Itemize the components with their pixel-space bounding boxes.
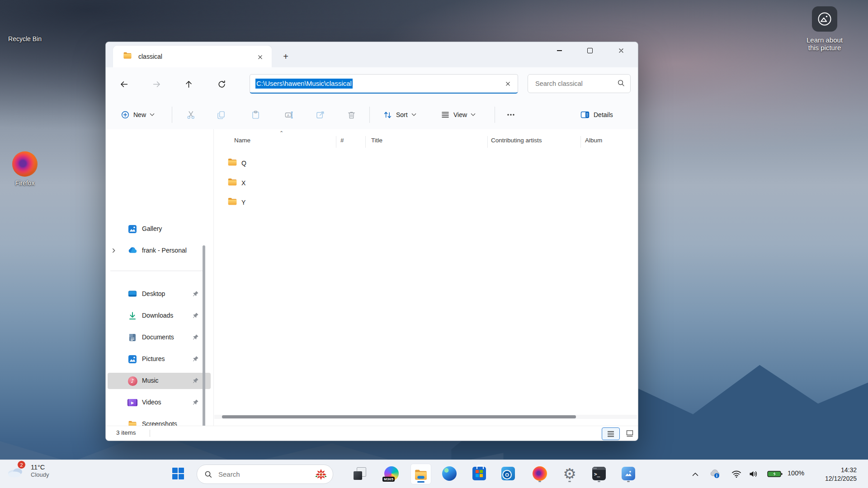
search-icon: [617, 79, 625, 89]
svg-text:A: A: [287, 113, 289, 117]
sidebar-item-gallery[interactable]: Gallery: [108, 221, 211, 237]
share-button[interactable]: [309, 105, 331, 124]
sidebar-item-label: Desktop: [142, 290, 165, 297]
address-clear-icon[interactable]: [502, 78, 513, 89]
forward-button[interactable]: [147, 75, 165, 93]
tab-classical[interactable]: classical: [113, 46, 272, 67]
sort-button[interactable]: Sort: [379, 105, 421, 124]
weather-cloud-icon: 2: [6, 463, 26, 479]
sort-ascending-caret: ⌃: [279, 130, 283, 136]
microsoft-store-button[interactable]: [469, 464, 489, 483]
terminal-button[interactable]: >_: [589, 464, 609, 483]
weather-widget[interactable]: 2 11°C Cloudy: [6, 463, 49, 479]
file-explorer-button[interactable]: [410, 464, 431, 484]
sidebar-item-downloads[interactable]: Downloads: [108, 308, 211, 324]
new-tab-button[interactable]: +: [278, 49, 293, 64]
tab-close-button[interactable]: [255, 52, 265, 62]
start-button[interactable]: [168, 464, 188, 483]
search-input[interactable]: [534, 80, 609, 88]
copy-button[interactable]: [210, 105, 232, 124]
firefox-button[interactable]: [530, 464, 550, 483]
column-header-album[interactable]: Album: [585, 137, 602, 153]
plus-circle-icon: [121, 111, 129, 119]
learn-about-label-line1: Learn about: [797, 36, 852, 44]
column-header-title[interactable]: Title: [371, 137, 382, 153]
refresh-button[interactable]: [212, 75, 231, 93]
details-button[interactable]: Details: [576, 105, 618, 124]
search-box[interactable]: [528, 74, 631, 93]
clock[interactable]: 14:32 12/12/2025: [809, 466, 857, 483]
sidebar-item-desktop[interactable]: Desktop: [108, 286, 211, 302]
music-icon: ♪: [127, 376, 137, 386]
address-bar[interactable]: C:\Users\hawen\Music\classical: [250, 74, 518, 94]
sidebar-item-onedrive[interactable]: frank - Personal: [108, 243, 211, 259]
sidebar-item-pictures[interactable]: Pictures: [108, 351, 211, 367]
file-row-x[interactable]: X: [219, 175, 626, 191]
learn-about-label-line2: this picture: [797, 44, 852, 52]
onedrive-tray-icon[interactable]: [708, 467, 722, 481]
tray-chevron-up-icon[interactable]: [689, 467, 702, 481]
sidebar-item-videos[interactable]: ▶ Videos: [108, 394, 211, 411]
ellipsis-icon: [506, 110, 515, 119]
battery-icon[interactable]: [765, 467, 784, 481]
weather-condition: Cloudy: [31, 471, 49, 479]
recycle-bin-icon: [12, 5, 38, 33]
new-button-label: New: [133, 111, 146, 118]
m365-copilot-button[interactable]: M365: [382, 464, 401, 483]
file-explorer-window: classical + C:\Users\hawen\Music\classic…: [105, 42, 638, 441]
volume-icon[interactable]: [747, 467, 760, 481]
weather-alert-badge: 2: [17, 460, 26, 469]
sidebar-item-screenshots[interactable]: Screenshots: [108, 416, 211, 426]
edge-button[interactable]: [439, 464, 459, 483]
view-button-label: View: [453, 111, 467, 118]
wifi-icon[interactable]: [730, 467, 743, 481]
microsoft-store-icon: [472, 467, 486, 480]
recycle-bin-shortcut[interactable]: Recycle Bin: [0, 5, 50, 42]
date: 12/12/2025: [809, 474, 857, 483]
taskbar: 2 11°C Cloudy M365 O: [0, 460, 868, 488]
delete-button[interactable]: [340, 105, 362, 124]
sidebar-item-documents[interactable]: Documents: [108, 329, 211, 346]
minimize-button[interactable]: [549, 42, 570, 59]
more-options-button[interactable]: [500, 105, 522, 124]
sidebar-item-music[interactable]: ♪ Music: [108, 373, 211, 389]
sidebar-item-label: Music: [142, 377, 159, 384]
taskbar-search-input[interactable]: [217, 470, 305, 479]
sidebar-scrollbar[interactable]: [203, 245, 205, 426]
search-icon: [204, 470, 212, 478]
column-header-contributing-artists[interactable]: Contributing artists: [491, 137, 542, 153]
paste-button[interactable]: [245, 105, 266, 124]
outlook-button[interactable]: O: [498, 464, 518, 483]
firefox-shortcut-label: Firefox: [15, 179, 35, 187]
folder-icon: [227, 177, 237, 189]
close-button[interactable]: [611, 42, 632, 59]
back-button[interactable]: [115, 75, 133, 93]
file-explorer-icon: [414, 468, 428, 480]
details-button-label: Details: [594, 111, 613, 118]
new-button[interactable]: New: [116, 105, 160, 124]
view-button[interactable]: View: [437, 105, 480, 124]
cut-button[interactable]: [180, 105, 202, 124]
navigation-pane: Gallery frank - Personal Desktop Downloa…: [106, 129, 213, 426]
chevron-right-icon[interactable]: [112, 247, 116, 255]
videos-icon: ▶: [127, 398, 137, 408]
settings-button[interactable]: ⚙: [560, 464, 580, 483]
horizontal-scrollbar-thumb[interactable]: [222, 415, 576, 418]
rename-button[interactable]: A: [278, 105, 300, 124]
taskbar-search[interactable]: [197, 465, 333, 484]
task-view-button[interactable]: [350, 464, 370, 483]
column-header-name[interactable]: Name: [234, 137, 250, 153]
up-button[interactable]: [179, 75, 198, 93]
firefox-shortcut[interactable]: Firefox: [0, 151, 50, 187]
details-view-toggle[interactable]: [602, 427, 620, 440]
column-header-number[interactable]: #: [340, 137, 344, 153]
picture-info-icon: [812, 6, 837, 32]
chevron-down-icon: [411, 113, 416, 117]
desktop-icon: [127, 289, 137, 299]
thumbnail-view-toggle[interactable]: [621, 427, 638, 439]
photos-button[interactable]: [618, 464, 638, 483]
maximize-button[interactable]: [580, 42, 600, 59]
file-row-q[interactable]: Q: [219, 155, 626, 171]
file-row-y[interactable]: Y: [219, 194, 626, 211]
learn-about-picture[interactable]: Learn about this picture: [797, 6, 852, 52]
